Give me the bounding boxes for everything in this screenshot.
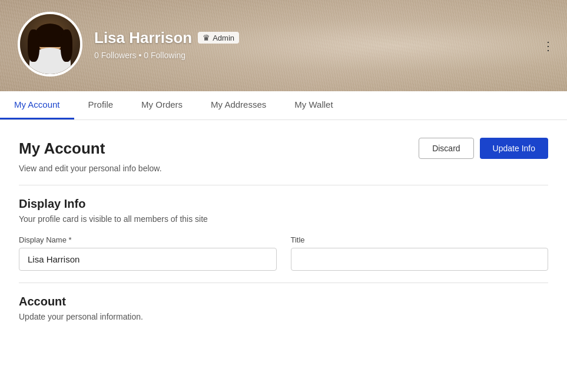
account-section: Account Update your personal information… bbox=[19, 295, 548, 321]
banner-menu-button[interactable]: ⋮ bbox=[539, 35, 558, 57]
banner-content: Lisa Harrison ♛ Admin 0 Followers • 0 Fo… bbox=[0, 0, 567, 88]
user-name: Lisa Harrison bbox=[94, 29, 192, 47]
page-header: My Account Discard Update Info bbox=[19, 138, 548, 159]
display-info-section: Display Info Your profile card is visibl… bbox=[19, 197, 548, 271]
discard-button[interactable]: Discard bbox=[419, 138, 473, 159]
display-name-group: Display Name * bbox=[19, 235, 277, 271]
main-content: My Account Discard Update Info View and … bbox=[0, 120, 567, 351]
page-subtitle: View and edit your personal info below. bbox=[19, 164, 548, 173]
account-section-subtitle: Update your personal information. bbox=[19, 312, 548, 321]
following-count: 0 Following bbox=[144, 51, 185, 60]
tab-my-wallet[interactable]: My Wallet bbox=[280, 91, 347, 119]
avatar-image bbox=[20, 14, 80, 74]
admin-badge: ♛ Admin bbox=[198, 32, 239, 44]
display-info-form-row: Display Name * Title bbox=[19, 235, 548, 271]
display-name-label: Display Name * bbox=[19, 235, 277, 244]
tab-profile[interactable]: Profile bbox=[74, 91, 128, 119]
divider-2 bbox=[19, 283, 548, 283]
title-group: Title bbox=[291, 235, 549, 271]
vertical-dots-icon: ⋮ bbox=[542, 39, 554, 52]
crown-icon: ♛ bbox=[203, 33, 210, 42]
display-info-title: Display Info bbox=[19, 197, 548, 211]
display-info-subtitle: Your profile card is visible to all memb… bbox=[19, 214, 548, 224]
divider-1 bbox=[19, 185, 548, 185]
user-stats: 0 Followers • 0 Following bbox=[94, 51, 239, 60]
admin-label: Admin bbox=[213, 34, 234, 42]
tab-my-account[interactable]: My Account bbox=[0, 91, 74, 119]
stats-separator: • bbox=[138, 51, 141, 60]
user-name-row: Lisa Harrison ♛ Admin bbox=[94, 29, 239, 47]
user-info: Lisa Harrison ♛ Admin 0 Followers • 0 Fo… bbox=[94, 29, 239, 60]
tab-my-addresses[interactable]: My Addresses bbox=[197, 91, 280, 119]
tab-my-orders[interactable]: My Orders bbox=[127, 91, 197, 119]
banner: Lisa Harrison ♛ Admin 0 Followers • 0 Fo… bbox=[0, 0, 567, 91]
page-title: My Account bbox=[19, 139, 105, 158]
nav-tabs: My Account Profile My Orders My Addresse… bbox=[0, 91, 567, 120]
action-buttons: Discard Update Info bbox=[419, 138, 548, 159]
title-label: Title bbox=[291, 235, 549, 244]
avatar-hair bbox=[35, 24, 65, 47]
account-section-title: Account bbox=[19, 295, 548, 308]
update-info-button[interactable]: Update Info bbox=[480, 138, 548, 159]
display-name-input[interactable] bbox=[19, 248, 277, 271]
avatar bbox=[18, 12, 82, 77]
title-input[interactable] bbox=[291, 248, 549, 271]
followers-count: 0 Followers bbox=[94, 51, 137, 60]
